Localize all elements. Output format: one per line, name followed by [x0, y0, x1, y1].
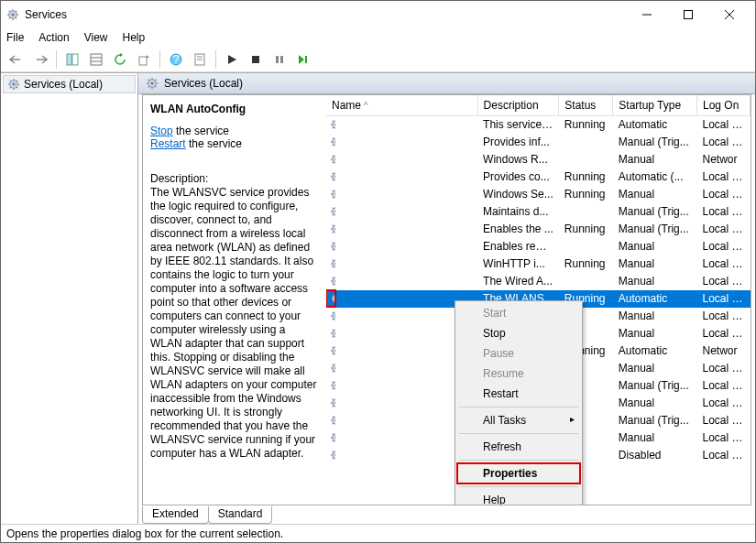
service-row[interactable]: Windows PushToInstall Serv...Provides in…	[326, 134, 751, 151]
service-logon: Local Sy	[697, 221, 751, 238]
ctx-start[interactable]: Start	[457, 303, 580, 323]
service-status	[559, 238, 613, 255]
gear-icon	[330, 310, 335, 322]
right-pane-header: Services (Local)	[138, 73, 755, 94]
menu-file[interactable]: File	[6, 31, 24, 44]
service-logon: Local Se	[697, 255, 751, 273]
menu-bar: File Action View Help	[1, 28, 755, 47]
column-header-description[interactable]: Description	[477, 95, 559, 116]
service-description: WinHTTP i...	[477, 255, 559, 273]
service-startup: Manual	[613, 360, 697, 377]
svg-rect-11	[684, 11, 692, 19]
service-row[interactable]: Windows UpdateEnables the ...RunningManu…	[326, 221, 751, 238]
menu-view[interactable]: View	[84, 31, 108, 44]
ctx-help[interactable]: Help	[457, 490, 580, 505]
svg-rect-27	[280, 56, 283, 63]
gear-icon	[146, 77, 159, 90]
svg-rect-14	[67, 54, 71, 65]
maximize-button[interactable]	[667, 2, 708, 27]
service-logon: Local Se	[697, 325, 751, 342]
service-status	[559, 134, 613, 151]
tab-extended[interactable]: Extended	[142, 506, 209, 524]
view-button[interactable]	[86, 49, 106, 70]
ctx-pause[interactable]: Pause	[457, 343, 580, 364]
restart-service-button[interactable]	[293, 49, 313, 70]
gear-icon	[330, 118, 335, 131]
service-status	[559, 273, 613, 290]
ctx-all-tasks[interactable]: All Tasks	[457, 410, 580, 430]
gear-icon	[330, 362, 335, 375]
service-row[interactable]: WinHTTP Web Proxy Auto-...WinHTTP i...Ru…	[326, 255, 751, 273]
selected-service-title: WLAN AutoConfig	[150, 103, 319, 115]
service-row[interactable]: Windows Update Medic Ser...Enables rem..…	[326, 238, 751, 255]
service-logon: Local Sy	[697, 395, 751, 412]
stop-link[interactable]: Stop	[150, 125, 173, 137]
right-pane-title: Services (Local)	[164, 77, 243, 90]
service-row[interactable]: Windows Remote Manage...Windows R...Manu…	[326, 151, 751, 168]
service-row[interactable]: Windows SearchProvides co...RunningAutom…	[326, 168, 751, 186]
ctx-stop[interactable]: Stop	[457, 323, 580, 343]
service-startup: Manual (Trig...	[613, 134, 697, 151]
properties-button[interactable]	[190, 49, 210, 70]
service-status	[559, 151, 613, 168]
column-header-startup[interactable]: Startup Type	[613, 95, 697, 116]
service-status: Running	[559, 255, 613, 273]
description-text: The WLANSVC service provides the logic r…	[150, 186, 319, 461]
service-row[interactable]: Windows Push Notification...This service…	[326, 116, 751, 134]
svg-rect-16	[91, 54, 102, 65]
service-startup: Manual	[613, 325, 697, 342]
service-description: Provides co...	[477, 168, 559, 186]
service-startup: Disabled	[613, 447, 697, 464]
back-button[interactable]	[6, 49, 27, 70]
start-service-button[interactable]	[222, 49, 242, 70]
service-description: Enables the ...	[477, 221, 559, 238]
gear-icon	[330, 344, 335, 357]
menu-help[interactable]: Help	[123, 31, 146, 44]
service-logon: Local Sy	[697, 186, 751, 203]
close-button[interactable]	[708, 2, 750, 27]
service-row[interactable]: Windows Security ServiceWindows Se...Run…	[326, 186, 751, 203]
ctx-restart[interactable]: Restart	[457, 384, 580, 404]
status-text: Opens the properties dialog box for the …	[6, 527, 283, 540]
column-header-name[interactable]: Name	[326, 95, 477, 116]
service-description: Windows Se...	[477, 186, 559, 203]
gear-icon	[330, 188, 335, 201]
gear-icon	[330, 257, 335, 270]
gear-icon	[330, 205, 335, 218]
left-tree-pane: Services (Local)	[1, 73, 138, 524]
tree-item-services-local[interactable]: Services (Local)	[3, 75, 136, 93]
ctx-resume[interactable]: Resume	[457, 364, 580, 384]
stop-service-button[interactable]	[246, 49, 266, 70]
app-icon	[6, 8, 19, 21]
refresh-button[interactable]	[110, 49, 130, 70]
minimize-button[interactable]	[626, 2, 667, 27]
menu-action[interactable]: Action	[38, 31, 69, 44]
column-header-logon[interactable]: Log On	[697, 95, 751, 116]
service-logon: Local Sy	[697, 360, 751, 377]
ctx-refresh[interactable]: Refresh	[457, 437, 580, 457]
forward-button[interactable]	[30, 49, 50, 70]
title-bar: Services	[1, 1, 755, 28]
service-startup: Manual	[613, 186, 697, 203]
service-startup: Manual (Trig...	[613, 203, 697, 221]
export-button[interactable]	[134, 49, 154, 70]
restart-link[interactable]: Restart	[150, 137, 186, 150]
ctx-properties[interactable]: Properties	[457, 463, 580, 483]
service-status: Running	[559, 168, 613, 186]
service-logon: Local Sy	[697, 412, 751, 429]
gear-icon	[330, 170, 335, 183]
context-menu: Start Stop Pause Resume Restart All Task…	[455, 300, 583, 505]
service-startup: Automatic	[613, 116, 697, 134]
svg-rect-25	[252, 56, 259, 63]
pause-service-button[interactable]	[269, 49, 290, 70]
show-hide-tree-button[interactable]	[62, 49, 82, 70]
status-bar: Opens the properties dialog box for the …	[1, 524, 755, 542]
column-header-status[interactable]: Status	[559, 95, 613, 116]
service-row[interactable]: Windows TimeMaintains d...Manual (Trig..…	[326, 203, 751, 221]
help-button[interactable]: ?	[166, 49, 186, 70]
service-logon: Local Sy	[697, 273, 751, 290]
service-row[interactable]: Wired AutoConfigThe Wired A...ManualLoca…	[326, 273, 751, 290]
tab-standard[interactable]: Standard	[208, 506, 273, 524]
gear-icon	[330, 449, 335, 462]
service-description: Windows R...	[477, 151, 559, 168]
